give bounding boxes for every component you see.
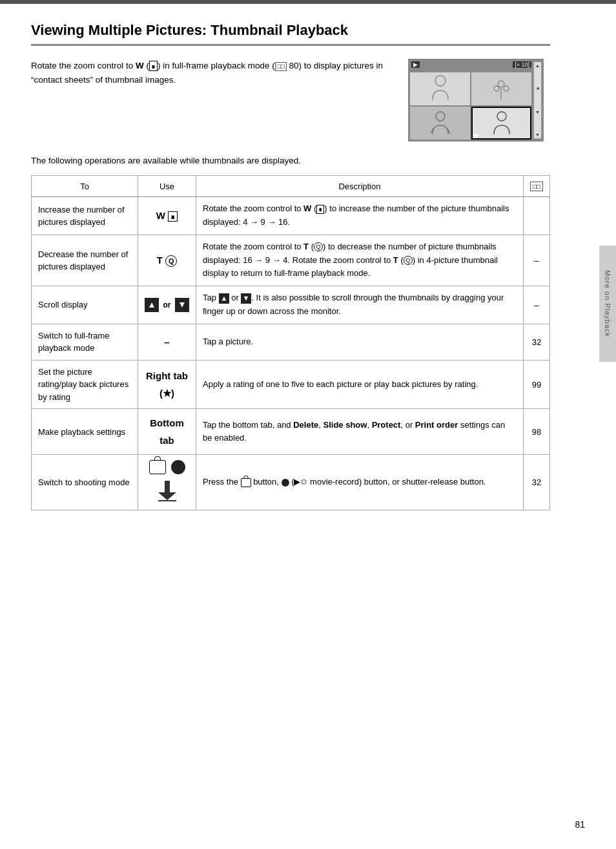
- svg-point-3: [504, 86, 509, 91]
- svg-rect-13: [165, 481, 170, 492]
- bottom-text: Bottom: [145, 414, 189, 432]
- preview-scrollbar: ▲ ★ ▼ ▼: [533, 61, 542, 139]
- right-tab-label: Right tab (★): [145, 367, 189, 402]
- scroll-down-btn: [175, 298, 189, 312]
- row4-desc: Tap a picture.: [196, 324, 524, 360]
- table-row: Make playback settings Bottom tab Tap th…: [32, 409, 550, 455]
- side-tab: More on Playback: [599, 246, 616, 362]
- inline-scroll-down: [241, 293, 251, 304]
- shoot-icons: [145, 460, 189, 505]
- row2-to: Decrease the number of pictures displaye…: [32, 235, 138, 286]
- table-row: Set the picture rating/play back picture…: [32, 360, 550, 409]
- shutter-icon-svg: [156, 478, 179, 501]
- intro-text: Rotate the zoom control to W (∎) in full…: [31, 59, 393, 87]
- preview-bottom-indicator: [473, 134, 479, 138]
- svg-marker-9: [149, 302, 154, 308]
- svg-point-5: [436, 112, 445, 121]
- thumbnail-grid: [409, 59, 533, 141]
- row6-use: Bottom tab: [138, 409, 196, 455]
- row1-to: Increase the number of pictures displaye…: [32, 197, 138, 235]
- camera-preview-wrapper: ▶ [» 10]: [408, 59, 550, 142]
- row5-ref: 99: [523, 360, 549, 409]
- right-tab-star: (★): [145, 384, 189, 402]
- table-row: Scroll display or Tap or . It is also po…: [32, 286, 550, 324]
- thumb-1: [410, 72, 470, 105]
- row1-desc: Rotate the zoom control to W (∎) to incr…: [196, 197, 524, 235]
- row4-ref: 32: [523, 324, 549, 360]
- row7-use: [138, 455, 196, 510]
- ref-book-icon: □□: [530, 182, 543, 191]
- scroll-up-btn: [145, 298, 159, 312]
- page-number: 81: [575, 819, 585, 830]
- row3-to: Scroll display: [32, 286, 138, 324]
- right-tab-text: Right tab: [145, 367, 189, 384]
- row7-to: Switch to shooting mode: [32, 455, 138, 510]
- svg-point-0: [435, 76, 446, 86]
- preview-top-bar: ▶ [» 10]: [411, 61, 531, 68]
- inline-scroll-up: [219, 293, 229, 304]
- main-content: Viewing Multiple Pictures: Thumbnail Pla…: [0, 4, 581, 536]
- table-header-row: To Use Description □□: [32, 176, 550, 197]
- shoot-top-icons: [149, 460, 185, 474]
- row7-ref: 32: [523, 455, 549, 510]
- following-text: The following operations are available w…: [31, 154, 550, 167]
- row6-ref: 98: [523, 409, 549, 455]
- thumb-4-selected: [471, 107, 531, 140]
- sidebar-label: More on Playback: [604, 270, 611, 337]
- row3-desc: Tap or . It is also possible to scroll t…: [196, 286, 524, 324]
- table-row: Switch to full-frame playback mode – Tap…: [32, 324, 550, 360]
- scroll-up-arrow: ▲: [535, 63, 540, 68]
- row5-desc: Apply a rating of one to five to each pi…: [196, 360, 524, 409]
- or-text: or: [163, 300, 171, 309]
- table-row: Switch to shooting mode: [32, 455, 550, 510]
- row2-use: T Q: [138, 235, 196, 286]
- row2-ref: –: [523, 235, 549, 286]
- row1-use: W ∎: [138, 197, 196, 235]
- person-icon: [427, 74, 453, 103]
- preview-play-icon: ▶: [411, 61, 420, 68]
- scroll-star: ★: [536, 86, 540, 91]
- table-row: Decrease the number of pictures displaye…: [32, 235, 550, 286]
- t-label: T: [157, 255, 163, 266]
- row5-use: Right tab (★): [138, 360, 196, 409]
- person2-icon: [427, 109, 453, 138]
- col-header-to: To: [32, 176, 138, 197]
- intro-section: Rotate the zoom control to W (∎) in full…: [31, 59, 550, 142]
- row5-to: Set the picture rating/play back picture…: [32, 360, 138, 409]
- person3-icon: [489, 109, 515, 138]
- w-icon: ∎: [168, 211, 178, 222]
- row4-to: Switch to full-frame playback mode: [32, 324, 138, 360]
- col-header-desc: Description: [196, 176, 524, 197]
- svg-point-2: [494, 86, 499, 91]
- row6-to: Make playback settings: [32, 409, 138, 455]
- row3-ref: –: [523, 286, 549, 324]
- row3-use: or: [138, 286, 196, 324]
- tab-text: tab: [145, 432, 189, 449]
- flowers-icon: [487, 74, 516, 103]
- shutter-arrow-icon: [156, 478, 179, 505]
- movie-record-button-icon: [171, 460, 185, 474]
- page-title: Viewing Multiple Pictures: Thumbnail Pla…: [31, 22, 550, 46]
- col-header-use: Use: [138, 176, 196, 197]
- row1-ref: [523, 197, 549, 235]
- col-header-ref: □□: [523, 176, 549, 197]
- row7-desc: Press the button, (▶✩ movie-record) butt…: [196, 455, 524, 510]
- t-icon: Q: [165, 255, 177, 267]
- operations-table: To Use Description □□ Increase the numbe…: [31, 175, 550, 510]
- svg-marker-12: [244, 297, 248, 300]
- bottom-tab-label: Bottom tab: [145, 414, 189, 449]
- row6-desc: Tap the bottom tab, and Delete, Slide sh…: [196, 409, 524, 455]
- table-row: Increase the number of pictures displaye…: [32, 197, 550, 235]
- thumb-3: [410, 107, 470, 140]
- thumb-2: [471, 72, 531, 105]
- row2-desc: Rotate the zoom control to T (Q) to decr…: [196, 235, 524, 286]
- scroll-down-arrow2: ▼: [535, 132, 540, 137]
- svg-marker-11: [221, 297, 225, 300]
- svg-rect-15: [158, 500, 176, 501]
- camera-button-icon: [149, 460, 166, 474]
- svg-marker-10: [180, 302, 185, 308]
- w-label: W: [156, 210, 165, 221]
- svg-marker-14: [158, 492, 176, 500]
- svg-point-1: [498, 81, 504, 87]
- svg-point-8: [497, 112, 506, 121]
